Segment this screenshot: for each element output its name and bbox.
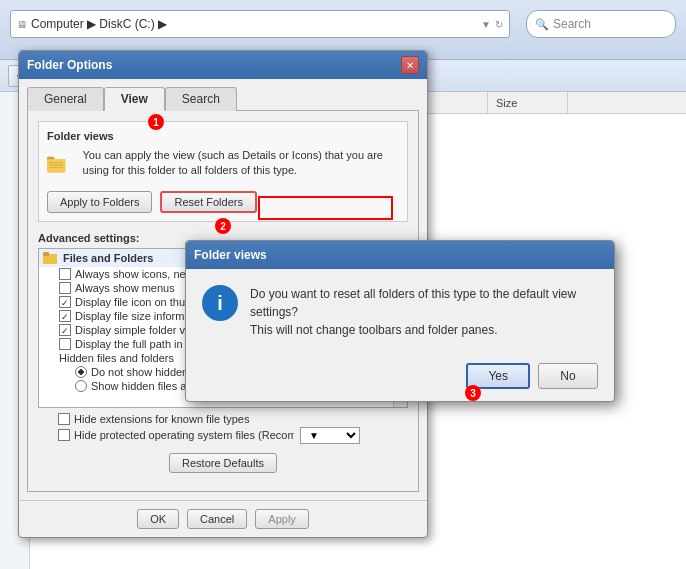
restore-defaults-button[interactable]: Restore Defaults xyxy=(169,453,277,473)
checkbox-6[interactable] xyxy=(59,338,71,350)
svg-rect-2 xyxy=(47,159,65,172)
confirm-dialog-title: Folder views xyxy=(194,248,267,262)
tab-general[interactable]: General xyxy=(27,87,104,111)
folder-views-title: Folder views xyxy=(47,130,399,142)
tab-search[interactable]: Search xyxy=(165,87,237,111)
folder-views-desc: You can apply the view (such as Details … xyxy=(83,148,399,179)
folder-small-icon xyxy=(43,250,59,266)
folder-options-titlebar: Folder Options ✕ xyxy=(19,51,427,79)
checkbox-5[interactable] xyxy=(59,324,71,336)
radio-2[interactable] xyxy=(75,380,87,392)
col-size[interactable]: Size xyxy=(488,92,568,113)
restore-defaults-section: Restore Defaults xyxy=(38,453,408,473)
folder-icon xyxy=(47,148,67,180)
annotation-1: 1 xyxy=(148,114,164,130)
radio-1[interactable] xyxy=(75,366,87,378)
search-bar[interactable]: 🔍 Search xyxy=(526,10,676,38)
annotation-3: 3 xyxy=(465,385,481,401)
folder-options-title: Folder Options xyxy=(27,58,112,72)
address-text: Computer ▶ DiskC (C:) ▶ xyxy=(31,17,167,31)
below-tree-items: Hide extensions for known file types Hid… xyxy=(38,412,408,445)
folder-views-section: Folder views You can apply the view (suc… xyxy=(38,121,408,222)
checkbox-hide-protected[interactable] xyxy=(58,429,70,441)
checkbox-4[interactable] xyxy=(59,310,71,322)
tree-item-hide-protected: Hide protected operating system files (R… xyxy=(38,426,408,445)
cancel-button[interactable]: Cancel xyxy=(187,509,247,529)
folder-options-close-button[interactable]: ✕ xyxy=(401,56,419,74)
reset-folders-button[interactable]: Reset Folders xyxy=(160,191,256,213)
info-icon: i xyxy=(202,285,238,321)
folder-options-tabs: General View Search xyxy=(27,87,419,111)
folder-options-footer: OK Cancel Apply xyxy=(19,500,427,537)
checkbox-3[interactable] xyxy=(59,296,71,308)
confirm-body: i Do you want to reset all folders of th… xyxy=(186,269,614,355)
search-placeholder: Search xyxy=(553,17,591,31)
confirm-text: Do you want to reset all folders of this… xyxy=(250,285,598,339)
checkbox-1[interactable] xyxy=(59,268,71,280)
no-button[interactable]: No xyxy=(538,363,598,389)
annotation-2: 2 xyxy=(215,218,231,234)
hide-protected-dropdown[interactable]: ▼ xyxy=(300,427,360,444)
apply-button[interactable]: Apply xyxy=(255,509,309,529)
confirm-dialog: Folder views i Do you want to reset all … xyxy=(185,240,615,402)
tree-item-hide-extensions: Hide extensions for known file types xyxy=(38,412,408,426)
confirm-titlebar: Folder views xyxy=(186,241,614,269)
confirm-footer: Yes No xyxy=(186,355,614,401)
ok-button[interactable]: OK xyxy=(137,509,179,529)
address-bar[interactable]: 🖥 Computer ▶ DiskC (C:) ▶ ▼ ↻ xyxy=(10,10,510,38)
svg-rect-7 xyxy=(43,252,49,256)
folder-actions: Apply to Folders Reset Folders xyxy=(47,187,399,213)
checkbox-hide-ext[interactable] xyxy=(58,413,70,425)
apply-to-folders-button[interactable]: Apply to Folders xyxy=(47,191,152,213)
checkbox-2[interactable] xyxy=(59,282,71,294)
tab-view[interactable]: View xyxy=(104,87,165,111)
